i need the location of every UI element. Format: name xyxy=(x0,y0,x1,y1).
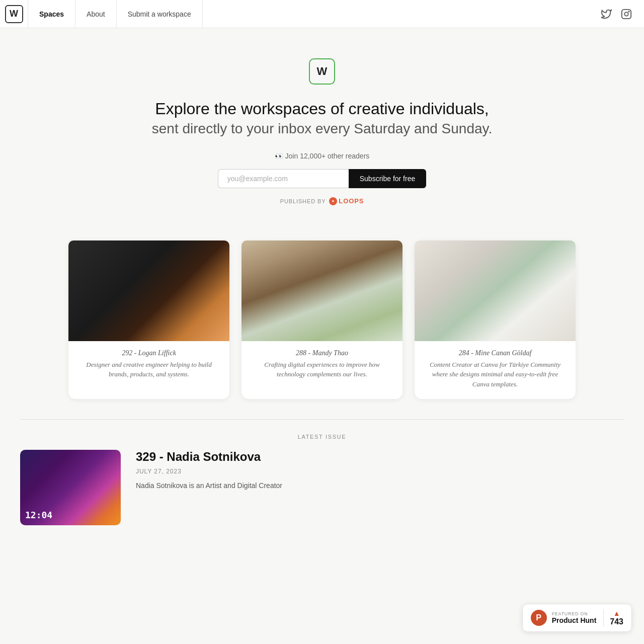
latest-desc: Nadia Sotnikova is an Artist and Digital… xyxy=(136,480,624,491)
published-by: PUBLISHED BY ● Loops xyxy=(280,197,364,205)
card-2-image xyxy=(242,240,403,341)
latest-clock: 12:04 xyxy=(25,510,52,520)
loops-logo[interactable]: ● Loops xyxy=(329,197,364,205)
logo-box: W xyxy=(5,5,23,23)
card-2[interactable]: 288 - Mandy Thao Crafting digital experi… xyxy=(242,240,403,399)
instagram-icon[interactable] xyxy=(621,9,632,20)
card-1-image xyxy=(68,240,229,341)
card-3[interactable]: 284 - Mine Canan Göldaf Content Creator … xyxy=(415,240,576,399)
latest-item[interactable]: 12:04 329 - Nadia Sotnikova JULY 27, 202… xyxy=(20,450,624,525)
card-3-image xyxy=(415,240,576,341)
nav-link-spaces[interactable]: Spaces xyxy=(28,0,75,28)
nav-links: Spaces About Submit a workspace xyxy=(28,0,601,28)
ph-arrow-icon: ▲ xyxy=(613,609,620,617)
hero-title: Explore the workspaces of creative indiv… xyxy=(155,99,489,120)
ph-featured-label: FEATURED ON xyxy=(552,611,597,616)
card-3-number: 284 - Mine Canan Göldaf xyxy=(424,349,567,357)
card-1[interactable]: 292 - Logan Liffick Designer and creativ… xyxy=(68,240,229,399)
latest-section: 12:04 329 - Nadia Sotnikova JULY 27, 202… xyxy=(0,450,644,555)
navbar: W Spaces About Submit a workspace xyxy=(0,0,644,28)
latest-content: 329 - Nadia Sotnikova JULY 27, 2023 Nadi… xyxy=(136,450,624,491)
product-hunt-icon: P xyxy=(531,610,547,626)
email-input[interactable] xyxy=(218,169,349,188)
logo-letter: W xyxy=(10,9,18,19)
nav-link-submit[interactable]: Submit a workspace xyxy=(117,0,203,28)
card-2-number: 288 - Mandy Thao xyxy=(251,349,393,357)
svg-point-1 xyxy=(624,12,628,16)
nav-socials xyxy=(601,9,644,20)
latest-date: JULY 27, 2023 xyxy=(136,468,624,475)
loops-dot: ● xyxy=(329,197,337,205)
card-2-body: 288 - Mandy Thao Crafting digital experi… xyxy=(242,341,403,379)
twitter-icon[interactable] xyxy=(601,9,612,20)
hero-logo: W xyxy=(309,58,335,85)
section-label: LATEST ISSUE xyxy=(0,420,644,450)
hero-section: W Explore the workspaces of creative ind… xyxy=(0,28,644,225)
featured-cards: 292 - Logan Liffick Designer and creativ… xyxy=(0,225,644,420)
ph-name: Product Hunt xyxy=(552,616,597,624)
ph-number: 743 xyxy=(610,617,623,626)
product-hunt-badge[interactable]: P FEATURED ON Product Hunt ▲ 743 xyxy=(522,604,632,632)
hero-subtitle: sent directly to your inbox every Saturd… xyxy=(152,120,493,138)
product-hunt-text: FEATURED ON Product Hunt xyxy=(552,611,597,624)
card-1-number: 292 - Logan Liffick xyxy=(77,349,220,357)
hero-form: Subscribe for free xyxy=(218,169,427,188)
card-1-desc: Designer and creative engineer helping t… xyxy=(77,360,220,379)
nav-logo[interactable]: W xyxy=(0,0,28,28)
card-2-desc: Crafting digital experiences to improve … xyxy=(251,360,393,379)
svg-rect-0 xyxy=(622,9,631,18)
latest-title: 329 - Nadia Sotnikova xyxy=(136,450,624,464)
svg-point-2 xyxy=(628,11,629,12)
card-3-body: 284 - Mine Canan Göldaf Content Creator … xyxy=(415,341,576,389)
card-3-desc: Content Creator at Canva for Türkiye Com… xyxy=(424,360,567,389)
card-1-body: 292 - Logan Liffick Designer and creativ… xyxy=(68,341,229,379)
ph-count: ▲ 743 xyxy=(603,609,623,626)
latest-issue-image: 12:04 xyxy=(20,450,121,525)
nav-link-about[interactable]: About xyxy=(75,0,117,28)
hero-readers: 👀 Join 12,000+ other readers xyxy=(275,152,370,160)
subscribe-button[interactable]: Subscribe for free xyxy=(349,169,427,188)
